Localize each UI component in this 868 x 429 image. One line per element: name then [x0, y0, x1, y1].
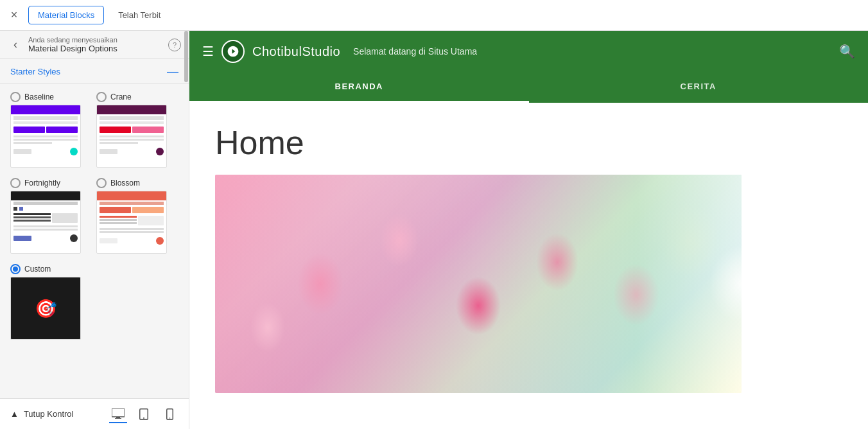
svg-rect-2 — [115, 418, 121, 419]
site-header: ☰ ChotibulStudio Selamat datang di Situs… — [189, 31, 868, 103]
right-content: ☰ ChotibulStudio Selamat datang di Situs… — [189, 31, 868, 429]
crane-card[interactable] — [96, 105, 167, 168]
back-sub-text: Anda sedang menyesuaikan — [28, 36, 117, 44]
main-layout: ‹ Anda sedang menyesuaikan Material Desi… — [0, 31, 868, 429]
back-main-text: Material Design Options — [28, 44, 117, 53]
site-logo — [221, 40, 245, 63]
svg-point-6 — [169, 417, 170, 419]
hamburger-icon[interactable]: ☰ — [202, 44, 214, 59]
bottom-bar: ▲ Tutup Kontrol — [0, 398, 189, 429]
style-option-custom[interactable]: Custom 🎯 — [10, 264, 81, 340]
custom-radio[interactable] — [10, 264, 21, 274]
style-row-2: Fortnightly — [10, 178, 178, 254]
section-header: Starter Styles — — [0, 59, 189, 84]
site-header-top: ☰ ChotibulStudio Selamat datang di Situs… — [189, 31, 868, 72]
close-control-arrow: ▲ — [10, 409, 19, 419]
tab-telah-terbit[interactable]: Telah Terbit — [109, 6, 169, 24]
hero-image — [215, 175, 742, 393]
desktop-view-icon[interactable] — [109, 405, 127, 423]
site-name: ChotibulStudio — [252, 44, 340, 59]
crane-radio[interactable] — [96, 92, 107, 102]
custom-card[interactable]: 🎯 — [10, 277, 81, 340]
blossom-radio[interactable] — [96, 178, 107, 188]
style-option-baseline[interactable]: Baseline — [10, 92, 81, 168]
back-arrow-button[interactable]: ‹ — [8, 37, 23, 53]
close-control-label: Tutup Kontrol — [24, 409, 74, 419]
svg-rect-1 — [116, 417, 120, 418]
crane-label[interactable]: Crane — [96, 92, 167, 102]
style-option-blossom[interactable]: Blossom — [96, 178, 167, 254]
tab-material-blocks[interactable]: Material Blocks — [28, 6, 104, 24]
collapse-button[interactable]: — — [167, 66, 178, 77]
section-title: Starter Styles — [10, 67, 60, 76]
site-tagline: Selamat datang di Situs Utama — [353, 46, 477, 57]
blossom-card[interactable] — [96, 191, 167, 254]
custom-label[interactable]: Custom — [10, 264, 81, 274]
back-info: Anda sedang menyesuaikan Material Design… — [28, 36, 117, 53]
baseline-card[interactable] — [10, 105, 81, 168]
site-logo-area: ☰ ChotibulStudio Selamat datang di Situs… — [202, 40, 477, 63]
bottom-bar-icons — [109, 405, 178, 423]
baseline-label[interactable]: Baseline — [10, 92, 81, 102]
style-options: Baseline — [0, 84, 189, 358]
close-button[interactable]: × — [5, 6, 23, 24]
tablet-view-icon[interactable] — [135, 405, 153, 423]
style-option-crane[interactable]: Crane — [96, 92, 167, 168]
left-panel: ‹ Anda sedang menyesuaikan Material Desi… — [0, 31, 189, 429]
svg-point-4 — [143, 417, 144, 419]
back-bar: ‹ Anda sedang menyesuaikan Material Desi… — [0, 31, 189, 59]
style-row-1: Baseline — [10, 92, 178, 168]
top-toolbar: × Material Blocks Telah Terbit — [0, 0, 868, 31]
close-control-button[interactable]: ▲ Tutup Kontrol — [10, 409, 73, 419]
fortnightly-radio[interactable] — [10, 178, 21, 188]
fortnightly-label[interactable]: Fortnightly — [10, 178, 81, 188]
page-title: Home — [215, 123, 842, 162]
style-option-fortnightly[interactable]: Fortnightly — [10, 178, 81, 254]
custom-icon: 🎯 — [35, 298, 57, 319]
nav-tab-beranda[interactable]: BERANDA — [189, 72, 529, 103]
mobile-view-icon[interactable] — [161, 405, 178, 423]
style-row-3: Custom 🎯 — [10, 264, 178, 340]
site-nav: BERANDA CERITA — [189, 72, 868, 103]
nav-tab-cerita[interactable]: CERITA — [529, 72, 869, 103]
svg-rect-0 — [112, 408, 125, 417]
style-options-scroll: Baseline — [0, 84, 189, 398]
search-icon[interactable]: 🔍 — [839, 44, 855, 59]
blossom-label[interactable]: Blossom — [96, 178, 167, 188]
fortnightly-card[interactable] — [10, 191, 81, 254]
help-icon[interactable]: ? — [168, 39, 181, 51]
page-content: Home — [189, 103, 868, 429]
baseline-radio[interactable] — [10, 92, 21, 102]
